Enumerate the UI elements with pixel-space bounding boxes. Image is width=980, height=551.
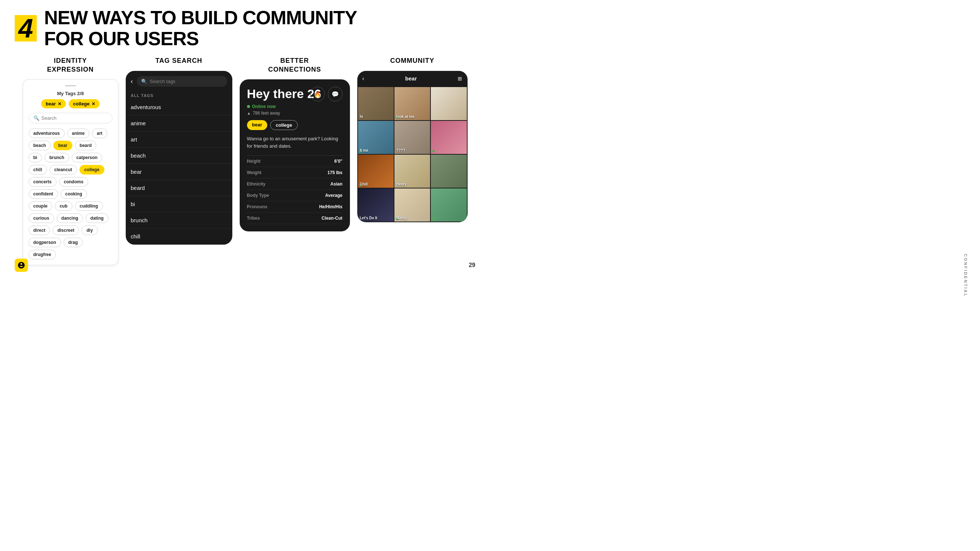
photo-label: hi [360, 114, 363, 119]
stat-value: Average [325, 193, 343, 198]
profile-header: Hey there 26 Online now ▲ 786 feet away … [247, 87, 343, 116]
slide-number-badge: 4 [15, 15, 37, 41]
photo-cell-10[interactable]: Monty [395, 189, 430, 221]
stat-row-ethnicity: EthnicityAsian [247, 178, 343, 190]
community-header: ‹ bear ⊞ [357, 71, 468, 86]
tag-list-item-adventurous[interactable]: adventurous [126, 99, 232, 115]
online-indicator [432, 218, 435, 220]
photo-label: ???? [396, 148, 405, 152]
grindr-logo [15, 259, 28, 272]
stat-label: Weight [247, 170, 262, 175]
tag-list-item-beard[interactable]: beard [126, 180, 232, 196]
tag-pill-dogperson[interactable]: dogperson [29, 238, 61, 247]
tag-pill-catperson[interactable]: catperson [72, 153, 102, 162]
tag-list-item-beach[interactable]: beach [126, 148, 232, 164]
tag-list-item-bear[interactable]: bear [126, 164, 232, 180]
online-dot [247, 105, 250, 108]
profile-phone-mockup: Hey there 26 Online now ▲ 786 feet away … [240, 79, 350, 232]
photo-cell-3[interactable]: It me [358, 121, 394, 154]
back-button[interactable]: ‹ [131, 78, 133, 85]
photo-label: Monty [396, 216, 407, 220]
chat-action-icon[interactable]: 💬 [328, 87, 343, 102]
photo-cell-7[interactable]: Henry [395, 155, 430, 188]
tag-pill-diy[interactable]: diy [82, 225, 97, 235]
tag-list-item-brunch[interactable]: brunch [126, 212, 232, 229]
photo-label: It me [360, 148, 368, 152]
active-tag-college[interactable]: college ✕ [69, 99, 100, 108]
stat-label: Body Type [247, 193, 269, 198]
tag-list-item-chill[interactable]: chill [126, 229, 232, 245]
filter-icon[interactable]: ⊞ [458, 76, 462, 81]
tag-pill-anime[interactable]: anime [67, 129, 90, 138]
tag-search-phone-mockup: ‹ 🔍 Search tags ALL TAGS adventurousanim… [126, 71, 232, 245]
tag-pill-bi[interactable]: bi [29, 153, 42, 162]
tag-pill-drag[interactable]: drag [64, 238, 83, 247]
tag-pill-bear[interactable]: bear [53, 141, 72, 150]
tag-pill-curious[interactable]: curious [29, 213, 54, 223]
divider [65, 85, 76, 86]
profile-status: Online now [247, 104, 343, 109]
profile-bio: Wanna go to an amusement park? Looking f… [247, 135, 343, 149]
tag-pill-discreet[interactable]: discreet [52, 225, 79, 235]
fire-action-icon[interactable]: 🔥 [310, 87, 325, 102]
photo-cell-9[interactable]: Let's Do It [358, 189, 394, 221]
search-icon: 🔍 [33, 115, 39, 121]
stat-row-height: Height6'0" [247, 156, 343, 167]
active-tag-bear[interactable]: bear ✕ [41, 99, 65, 108]
grindr-logo-icon [17, 261, 25, 269]
identity-search-input[interactable] [41, 115, 108, 121]
tag-pill-dating[interactable]: dating [86, 213, 108, 223]
tag-pill-condoms[interactable]: condoms [59, 177, 88, 187]
identity-search-bar[interactable]: 🔍 [29, 113, 113, 124]
tag-pill-dancing[interactable]: dancing [57, 213, 83, 223]
tag-pill-concerts[interactable]: concerts [29, 177, 57, 187]
tag-list: adventurousanimeartbeachbearbeardbibrunc… [126, 99, 232, 245]
profile-stats: Height6'0"Weight175 lbsEthnicityAsianBod… [247, 156, 343, 224]
tag-pill-direct[interactable]: direct [29, 225, 50, 235]
location-text: 786 feet away [253, 111, 280, 116]
tag-pill-confident[interactable]: confident [29, 189, 58, 199]
community-back-button[interactable]: ‹ [363, 75, 364, 82]
photo-cell-8[interactable] [431, 155, 466, 188]
content-columns: IDENTITYEXPRESSION My Tags 2/8 bear ✕ co… [0, 53, 490, 269]
stat-label: Ethnicity [247, 181, 266, 187]
connections-heading: BETTERCONNECTIONS [240, 57, 350, 74]
active-tags-row: bear ✕ college ✕ [29, 99, 113, 108]
community-search-title: bear [405, 75, 417, 81]
search-icon: 🔍 [141, 79, 147, 84]
tag-pill-chill[interactable]: chill [29, 165, 47, 175]
tag-list-item-art[interactable]: art [126, 132, 232, 148]
photo-label: look at me [396, 114, 414, 119]
tag-pill-couple[interactable]: couple [29, 201, 52, 211]
tag-pill-beard[interactable]: beard [75, 141, 97, 150]
photo-cell-1[interactable]: look at me [395, 87, 430, 120]
photo-cell-0[interactable]: hi [358, 87, 394, 120]
tag-pill-beach[interactable]: beach [29, 141, 51, 150]
tag-pill-adventurous[interactable]: adventurous [29, 129, 65, 138]
tag-pill-art[interactable]: art [92, 129, 107, 138]
tag-list-item-bi[interactable]: bi [126, 196, 232, 212]
photo-cell-4[interactable]: ???? [395, 121, 430, 154]
remove-tag-college-icon[interactable]: ✕ [92, 102, 95, 106]
tag-search-input-wrap[interactable]: 🔍 Search tags [137, 76, 227, 87]
stat-value: 6'0" [334, 159, 343, 164]
tag-list-item-anime[interactable]: anime [126, 115, 232, 132]
location-row: ▲ 786 feet away [247, 111, 343, 116]
tag-pill-cooking[interactable]: cooking [60, 189, 87, 199]
tag-pill-cub[interactable]: cub [55, 201, 72, 211]
photo-cell-5[interactable] [431, 121, 466, 154]
photo-cell-11[interactable] [431, 189, 466, 221]
tag-pill-cuddling[interactable]: cuddling [75, 201, 103, 211]
slide-title: NEW WAYS TO BUILD COMMUNITY FOR OUR USER… [44, 7, 357, 49]
remove-tag-bear-icon[interactable]: ✕ [58, 102, 61, 106]
photo-cell-2[interactable] [431, 87, 466, 120]
online-indicator [360, 150, 362, 152]
tag-pill-brunch[interactable]: brunch [45, 153, 69, 162]
tag-pill-college[interactable]: college [80, 165, 104, 175]
profile-tags: bear college [247, 120, 343, 130]
all-tags-label: ALL TAGS [126, 91, 232, 99]
photo-label: Let's Do It [360, 216, 377, 220]
identity-phone-mockup: My Tags 2/8 bear ✕ college ✕ 🔍 adventuro… [23, 79, 118, 265]
tag-pill-cleancut[interactable]: cleancut [49, 165, 77, 175]
photo-cell-6[interactable]: Chill [358, 155, 394, 188]
